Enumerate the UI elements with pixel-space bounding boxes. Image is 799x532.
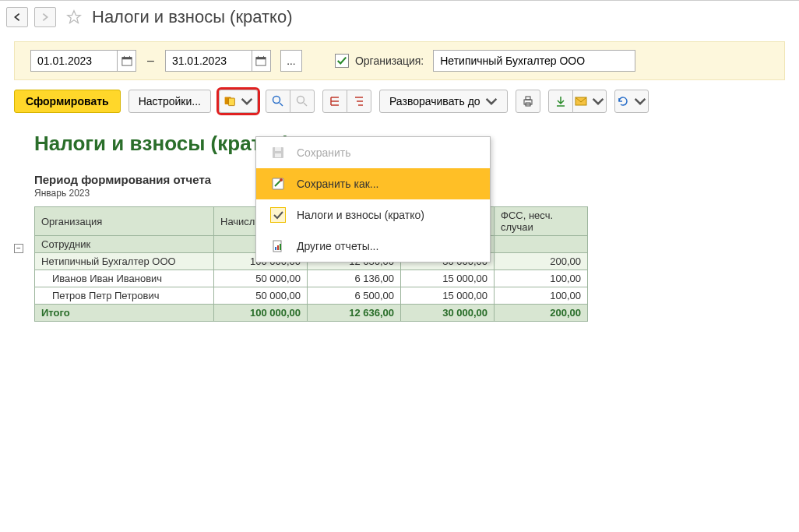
save-variant-dropdown-button[interactable] — [219, 90, 258, 113]
date-from-input[interactable] — [31, 55, 117, 67]
table-row-total: Итого 100 000,00 12 636,00 30 000,00 200… — [35, 305, 588, 322]
col-employee-header: Сотрудник — [35, 236, 214, 253]
menu-item-other-reports[interactable]: Другие отчеты... — [256, 231, 490, 262]
calendar-icon[interactable] — [252, 51, 270, 71]
svg-rect-6 — [256, 58, 266, 60]
clear-find-button[interactable] — [290, 90, 315, 113]
svg-point-31 — [280, 178, 283, 181]
expand-all-button[interactable] — [322, 90, 347, 113]
back-button[interactable] — [6, 7, 28, 27]
svg-line-14 — [304, 103, 307, 106]
svg-rect-2 — [121, 58, 131, 60]
svg-rect-23 — [526, 97, 530, 100]
printer-icon — [522, 95, 534, 107]
svg-rect-35 — [280, 244, 281, 250]
generate-button[interactable]: Сформировать — [14, 90, 121, 113]
refresh-icon — [617, 95, 629, 107]
page-title: Налоги и взносы (кратко) — [92, 7, 293, 27]
svg-rect-33 — [275, 247, 276, 250]
arrow-left-icon — [12, 12, 23, 23]
print-button[interactable] — [516, 90, 540, 113]
date-to-input[interactable] — [166, 55, 252, 67]
expand-tree-icon — [329, 95, 341, 107]
svg-rect-29 — [275, 153, 281, 157]
table-row-employee[interactable]: Иванов Иван Иванович 50 000,00 6 136,00 … — [35, 270, 588, 287]
mail-icon — [575, 95, 587, 107]
table-row-employee[interactable]: Петров Петр Петрович 50 000,00 6 500,00 … — [35, 287, 588, 305]
email-button[interactable] — [572, 90, 607, 113]
download-icon — [554, 95, 567, 107]
check-icon — [270, 207, 286, 223]
save-as-icon — [270, 176, 286, 192]
menu-item-save[interactable]: Сохранить — [256, 137, 490, 168]
floppy-icon — [270, 145, 286, 160]
settings-button[interactable]: Настройки... — [128, 90, 211, 113]
svg-marker-0 — [68, 11, 81, 23]
col-fss-header: ФСС, несч. случаи — [495, 207, 588, 236]
calendar-icon[interactable] — [117, 51, 136, 71]
menu-item-label: Другие отчеты... — [297, 240, 378, 252]
tree-collapse-button[interactable]: − — [14, 244, 23, 253]
period-picker-button[interactable]: ... — [280, 50, 302, 72]
col-org-header: Организация — [35, 207, 214, 236]
date-from-field[interactable] — [30, 50, 136, 72]
menu-item-label: Налоги и взносы (кратко) — [297, 209, 424, 221]
refresh-button[interactable] — [614, 90, 649, 113]
search-icon — [272, 95, 284, 107]
svg-line-12 — [280, 103, 283, 106]
toolbar: Сформировать Настройки... Разворачивать … — [0, 80, 799, 119]
svg-rect-10 — [228, 98, 234, 106]
forward-button[interactable] — [34, 7, 56, 27]
filter-bar: – ... Организация: — [14, 41, 785, 80]
expand-to-label: Разворачивать до — [389, 95, 480, 107]
date-separator: – — [146, 54, 156, 68]
collapse-tree-icon — [353, 95, 365, 107]
expand-to-button[interactable]: Разворачивать до — [379, 90, 508, 113]
collapse-all-button[interactable] — [347, 90, 371, 113]
menu-item-save-as[interactable]: Сохранить как... — [256, 168, 490, 199]
reports-icon — [270, 238, 286, 254]
date-to-field[interactable] — [165, 50, 271, 72]
save-file-button[interactable] — [548, 90, 573, 113]
chevron-down-icon — [485, 95, 498, 107]
search-clear-icon — [296, 95, 308, 107]
chevron-down-icon — [592, 95, 604, 107]
org-filter-checkbox[interactable] — [335, 54, 349, 68]
org-filter-label: Организация: — [355, 55, 424, 67]
svg-rect-34 — [277, 245, 279, 250]
menu-item-current-report[interactable]: Налоги и взносы (кратко) — [256, 199, 490, 231]
save-variant-menu: Сохранить Сохранить как... Налоги и взно… — [255, 136, 491, 262]
svg-rect-28 — [275, 147, 281, 151]
org-filter-input[interactable] — [433, 50, 635, 72]
chevron-down-icon — [241, 95, 253, 107]
save-variant-icon — [224, 95, 236, 107]
svg-point-13 — [297, 97, 304, 104]
menu-item-label: Сохранить — [297, 146, 351, 159]
menu-item-label: Сохранить как... — [297, 178, 378, 190]
chevron-down-icon — [634, 95, 646, 107]
favorite-star-icon[interactable] — [65, 9, 83, 26]
svg-point-11 — [273, 97, 280, 104]
titlebar: Налоги и взносы (кратко) — [0, 0, 799, 35]
find-button[interactable] — [266, 90, 290, 113]
arrow-right-icon — [40, 12, 51, 23]
